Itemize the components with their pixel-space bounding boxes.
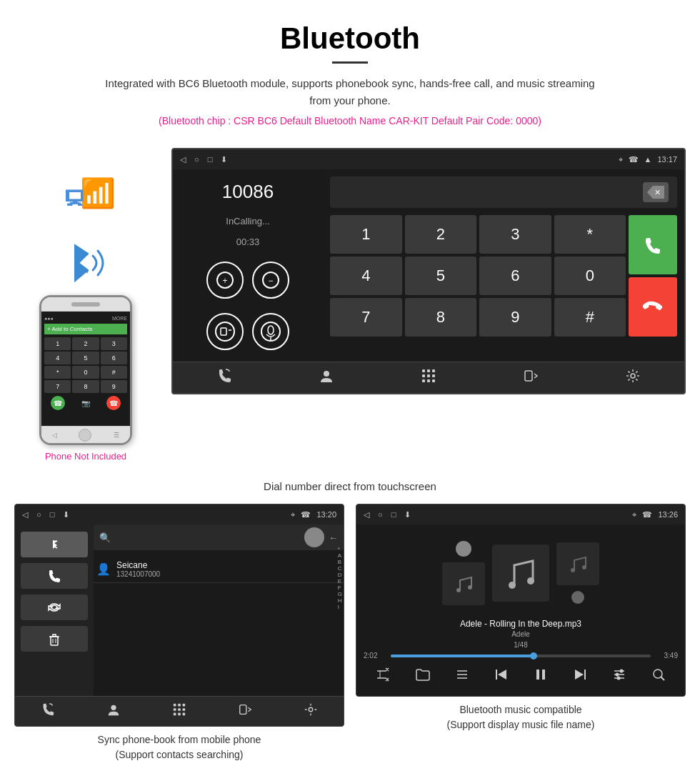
key-6[interactable]: 6 — [479, 257, 551, 295]
key-0[interactable]: 0 — [554, 257, 626, 295]
equalizer-btn[interactable] — [611, 667, 627, 686]
svg-rect-34 — [178, 713, 181, 716]
music-caption: Bluetooth music compatible (Support disp… — [356, 702, 686, 732]
svg-line-60 — [661, 677, 664, 680]
music-square-icon: □ — [391, 510, 396, 519]
phone-key-2: 2 — [72, 337, 99, 350]
music-status-bar: ◁ ○ □ ⬇ ⌖ ☎ 13:26 — [356, 504, 685, 524]
key-8[interactable]: 8 — [405, 298, 477, 337]
play-pause-btn[interactable] — [533, 667, 549, 686]
volume-up-btn[interactable]: + — [206, 262, 244, 299]
pb-nav-settings-icon[interactable] — [304, 702, 318, 720]
pb-nav-contacts-icon[interactable] — [106, 702, 121, 720]
pb-nav-transfer-icon[interactable] — [238, 702, 252, 720]
list-btn[interactable] — [454, 667, 470, 686]
nav-transfer-icon[interactable] — [523, 368, 539, 387]
main-album-art — [492, 544, 549, 602]
nav-contacts-icon[interactable] — [319, 368, 334, 387]
call-accept-btn[interactable] — [629, 215, 677, 274]
svg-point-54 — [615, 673, 619, 677]
prev-btn[interactable] — [494, 667, 509, 686]
numpad-main: 1 2 3 * 4 5 6 0 7 8 9 # — [330, 215, 626, 337]
contact-row[interactable]: 👤 Seicane 13241007000 — [94, 556, 344, 583]
nav-dialpad-icon[interactable] — [421, 368, 436, 387]
pb-back-arrow[interactable]: ← — [329, 532, 338, 543]
phone-key-3: 3 — [101, 337, 127, 350]
key-3[interactable]: 3 — [479, 215, 551, 254]
mute-btn[interactable] — [252, 313, 289, 350]
pb-bluetooth-btn[interactable] — [21, 532, 88, 557]
phone-screen: ●●● MORE + Add to Contacts 1 2 3 4 5 6 *… — [41, 312, 130, 426]
phone-key-8: 8 — [72, 380, 99, 393]
next-btn[interactable] — [572, 667, 588, 686]
key-2[interactable]: 2 — [405, 215, 477, 254]
svg-rect-49 — [536, 670, 539, 680]
total-time: 3:49 — [656, 652, 678, 660]
key-hash[interactable]: # — [554, 298, 626, 337]
letter-index: * A B C D E F G H I — [338, 546, 342, 610]
music-location-icon: ⌖ — [632, 510, 636, 519]
folder-btn[interactable] — [415, 667, 431, 686]
svg-rect-28 — [178, 704, 181, 707]
svg-rect-36 — [240, 705, 246, 715]
svg-rect-21 — [525, 371, 532, 381]
pb-phone-icon: ☎ — [301, 510, 311, 519]
phonebook-content: 🔍 ← 👤 Seicane 13241007000 * — [15, 524, 344, 696]
volume-down-btn[interactable]: − — [252, 262, 289, 299]
svg-rect-27 — [174, 704, 176, 707]
pb-clock: 13:20 — [316, 510, 336, 519]
contact-name: Seicane — [116, 560, 160, 570]
pb-delete-btn[interactable] — [21, 626, 88, 652]
svg-text:✕: ✕ — [654, 188, 661, 197]
numpad-grid: 1 2 3 * 4 5 6 0 7 8 9 # — [330, 215, 626, 337]
key-1[interactable]: 1 — [330, 215, 402, 254]
pb-download-icon: ⬇ — [63, 510, 69, 519]
key-5[interactable]: 5 — [405, 257, 477, 295]
search-music-btn[interactable] — [651, 667, 666, 686]
call-end-btn[interactable] — [629, 277, 677, 337]
wifi-icon: ▲ — [644, 155, 652, 164]
key-9[interactable]: 9 — [479, 298, 551, 337]
pb-nav-dialpad-icon[interactable] — [172, 702, 186, 720]
clear-btn[interactable]: ✕ — [643, 182, 669, 202]
numpad-with-call: 1 2 3 * 4 5 6 0 7 8 9 # — [330, 215, 677, 337]
nav-settings-icon[interactable] — [625, 368, 641, 387]
progress-bar[interactable] — [391, 655, 651, 657]
phone-speaker — [71, 302, 100, 307]
svg-rect-12 — [422, 369, 425, 372]
left-dot — [456, 541, 471, 557]
phone-key-5: 5 — [72, 352, 99, 364]
progress-row: 2:02 3:49 — [364, 652, 678, 660]
svg-rect-50 — [542, 670, 545, 680]
transfer-btn[interactable] — [206, 313, 244, 350]
nav-phone-icon[interactable] — [216, 368, 232, 387]
key-star[interactable]: * — [554, 215, 626, 254]
phonebook-sidebar — [15, 524, 94, 696]
main-section: ⯳ 📶 ⯳ ●●● MORE — [0, 148, 700, 462]
key-7[interactable]: 7 — [330, 298, 402, 337]
shuffle-btn[interactable] — [376, 667, 391, 686]
pb-phone-btn[interactable] — [21, 563, 88, 589]
phonebook-item: ◁ ○ □ ⬇ ⌖ ☎ 13:20 — [14, 504, 344, 762]
main-caption: Dial number direct from touchscreen — [0, 473, 700, 504]
svg-rect-20 — [432, 379, 435, 382]
home-icon: ○ — [194, 155, 199, 164]
clock: 13:17 — [657, 155, 677, 164]
svg-point-38 — [456, 588, 461, 592]
svg-rect-14 — [432, 369, 435, 372]
music-status-left: ◁ ○ □ ⬇ — [364, 510, 411, 519]
svg-point-7 — [268, 326, 274, 334]
contact-info: Seicane 13241007000 — [116, 560, 160, 578]
music-back-icon: ◁ — [364, 510, 369, 519]
svg-point-4 — [216, 322, 234, 341]
current-time: 2:02 — [364, 652, 385, 660]
pb-nav-phone-icon[interactable] — [41, 702, 55, 720]
svg-point-58 — [616, 677, 620, 680]
title-divider — [332, 61, 368, 64]
phone-key-hash: # — [101, 366, 127, 379]
download-icon: ⬇ — [221, 155, 227, 164]
pb-sync-btn[interactable] — [21, 595, 88, 620]
dial-buttons-row: + − — [206, 262, 289, 299]
key-4[interactable]: 4 — [330, 257, 402, 295]
svg-rect-52 — [584, 670, 586, 680]
